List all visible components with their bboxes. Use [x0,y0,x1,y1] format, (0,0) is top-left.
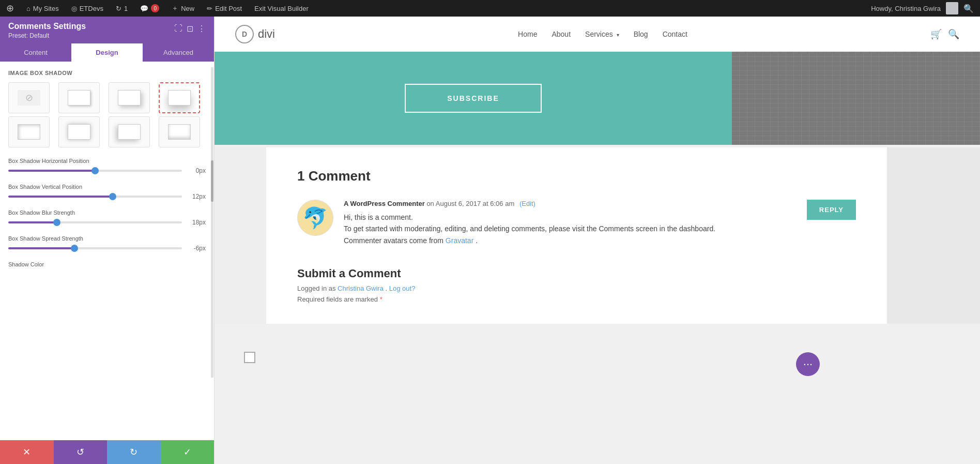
spread-strength-section: Box Shadow Spread Strength -6px [8,235,206,252]
site-logo: D divi [235,25,275,43]
panel-header: Comments Settings Preset: Default ⛶ ⊡ ⋮ [0,17,214,43]
horizontal-position-track[interactable] [8,170,182,172]
howdy-button[interactable]: Howdy, Christina Gwira 🔍 [869,2,976,14]
required-mark: * [380,295,382,303]
confirm-button[interactable]: ✓ [161,440,215,464]
shadow-option-1[interactable] [58,82,100,113]
comment-count-heading: 1 Comment [297,168,856,184]
nav-contact[interactable]: Contact [663,30,687,38]
undo-button[interactable]: ↺ [54,440,108,464]
cancel-button[interactable]: ✕ [0,440,54,464]
spread-strength-track[interactable] [8,247,182,249]
spread-strength-thumb[interactable] [71,245,78,252]
more-icon[interactable]: ⋮ [197,24,206,34]
content-area: 1 Comment 🐬 A WordPress Commenter on Aug… [215,147,980,324]
bottom-toolbar: ✕ ↺ ↻ ✓ [0,440,214,464]
comment-badge: 0 [151,4,159,12]
search-icon[interactable]: 🔍 [963,4,974,13]
divi-logo-text: divi [258,27,275,41]
horizontal-position-fill [8,170,95,172]
nav-home[interactable]: Home [518,30,537,38]
shadow-color-label: Shadow Color [8,261,206,267]
gravatar-link[interactable]: Gravatar [446,236,473,245]
nav-blog[interactable]: Blog [634,30,648,38]
shadow-preview-3 [168,90,191,106]
spread-strength-row: -6px [8,245,206,252]
shadow-preview-none: ⊘ [18,90,40,106]
nav-services[interactable]: Services ▾ [585,30,619,38]
laptop-keys-visual [732,52,980,145]
comment-meta: A WordPress Commenter on August 6, 2017 … [344,200,797,207]
blur-strength-thumb[interactable] [53,219,60,226]
panel-scrollbar-thumb [211,160,213,202]
checkbox[interactable] [244,352,255,363]
shadow-option-2[interactable] [109,82,150,113]
sidebar-right [887,147,980,324]
floating-action-button[interactable]: ··· [796,352,820,376]
logged-in-user-link[interactable]: Christina Gwira [338,285,384,292]
panel-preset[interactable]: Preset: Default [8,32,86,39]
services-dropdown-arrow: ▾ [617,32,619,38]
vertical-position-thumb[interactable] [109,193,116,200]
horizontal-position-thumb[interactable] [91,167,99,174]
reply-button[interactable]: REPLY [807,200,856,220]
hero-section: SUBSCRIBE [215,52,980,147]
shadow-color-section: Shadow Color [8,261,206,267]
shadow-option-3[interactable] [159,82,200,113]
divi-logo-letter: D [242,30,247,38]
image-box-shadow-label: Image Box Shadow [8,70,206,76]
subscribe-button[interactable]: SUBSCRIBE [405,84,541,113]
search-nav-icon[interactable]: 🔍 [948,28,959,40]
subscribe-section: SUBSCRIBE [215,52,732,145]
fab-area: ··· [796,352,820,376]
shadow-preview-5 [68,124,90,140]
tab-content[interactable]: Content [0,43,71,62]
edit-post-button[interactable]: ✏ Edit Post [205,5,244,12]
website-preview: D divi Home About Services ▾ Blog Contac… [215,17,980,464]
blur-strength-value: 18px [187,219,206,226]
admin-bar: ⊕ ⌂ My Sites ◎ ETDevs ↻ 1 💬 0 ＋ New ✏ Ed… [0,0,980,17]
pencil-icon: ✏ [207,5,212,12]
exit-builder-button[interactable]: Exit Visual Builder [252,5,311,12]
shadow-option-none[interactable]: ⊘ [8,82,50,113]
panel-title: Comments Settings [8,22,86,31]
checkbox-area [244,352,255,363]
site-nav-bar: D divi Home About Services ▾ Blog Contac… [215,17,980,52]
layout-icon[interactable]: ⊡ [187,24,193,34]
submit-comment-section: Submit a Comment Logged in as Christina … [297,267,856,303]
expand-icon[interactable]: ⛶ [174,24,182,34]
avatar-icon [946,2,958,14]
tab-advanced[interactable]: Advanced [143,43,214,62]
commenter-name: A WordPress Commenter [344,200,425,207]
horizontal-position-row: 0px [8,167,206,174]
site-nav-icons: 🛒 🔍 [930,28,959,40]
comment-count-button[interactable]: ↻ 1 [114,5,130,12]
laptop-image [732,52,980,145]
tab-design[interactable]: Design [71,43,143,62]
logout-link[interactable]: Log out? [389,285,416,292]
comment-edit-link[interactable]: (Edit) [519,200,535,207]
shadow-option-6[interactable] [109,116,150,147]
nav-about[interactable]: About [552,30,571,38]
shadow-option-7[interactable] [159,116,200,147]
blur-strength-section: Box Shadow Blur Strength 18px [8,209,206,226]
shadow-option-5[interactable] [58,116,100,147]
blur-strength-track[interactable] [8,221,182,223]
et-devs-button[interactable]: ◎ ETDevs [69,5,105,12]
comment-bubble-button[interactable]: 💬 0 [138,4,161,12]
settings-panel: Comments Settings Preset: Default ⛶ ⊡ ⋮ … [0,17,215,464]
horizontal-position-section: Box Shadow Horizontal Position 0px [8,158,206,174]
panel-scrollbar[interactable] [211,67,213,378]
new-button[interactable]: ＋ New [170,4,196,13]
shadow-option-4[interactable] [8,116,50,147]
comment-body: A WordPress Commenter on August 6, 2017 … [344,200,797,246]
cart-icon[interactable]: 🛒 [930,28,942,40]
plus-icon: ＋ [172,4,178,13]
gravatar-line: Commenter avatars come from Gravatar . [344,235,797,246]
site-nav-menu: Home About Services ▾ Blog Contact [518,30,687,38]
vertical-position-track[interactable] [8,196,182,198]
spread-strength-fill [8,247,74,249]
redo-button[interactable]: ↻ [107,440,161,464]
my-sites-button[interactable]: ⌂ My Sites [24,5,61,12]
wp-logo-button[interactable]: ⊕ [4,3,16,14]
